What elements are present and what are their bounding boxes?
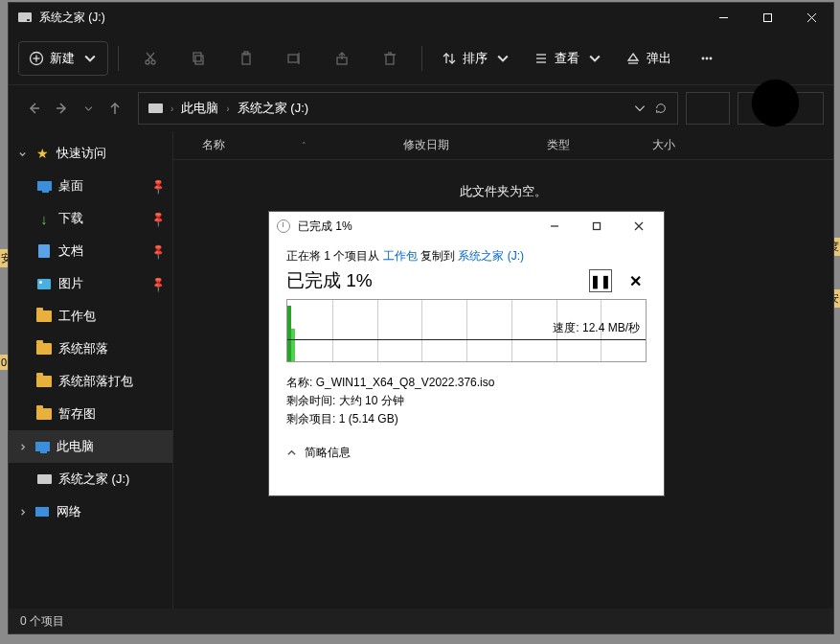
pause-button[interactable]: ❚❚ — [589, 269, 612, 292]
folder-icon — [36, 310, 52, 322]
toolbar: 新建 排序 查看 弹出 — [9, 32, 833, 85]
svg-rect-19 — [386, 55, 394, 64]
recent-dropdown[interactable] — [83, 101, 94, 116]
minimize-button[interactable] — [701, 3, 745, 32]
sidebar-label: 桌面 — [58, 177, 83, 195]
sidebar-label: 下载 — [58, 210, 83, 227]
svg-rect-15 — [288, 55, 298, 62]
sidebar-downloads[interactable]: ↓ 下载 📌 — [9, 202, 172, 235]
rename-button[interactable] — [272, 41, 316, 76]
sidebar-label: 系统之家 (J:) — [58, 471, 129, 488]
col-size[interactable]: 大小 — [652, 137, 729, 153]
chevron-down-icon[interactable] — [633, 102, 647, 115]
folder-icon — [36, 343, 52, 355]
sidebar-label: 系统部落打包 — [58, 373, 133, 390]
file-name-row: 名称: G_WIN11_X64_Q8_V2022.376.iso — [286, 374, 647, 392]
share-button[interactable] — [320, 41, 364, 76]
sidebar-tempimg[interactable]: 暂存图 — [9, 398, 172, 430]
copy-dest-link[interactable]: 系统之家 (J:) — [458, 249, 524, 263]
view-label: 查看 — [555, 50, 579, 67]
dialog-minimize-button[interactable] — [537, 213, 572, 240]
col-date[interactable]: 修改日期 — [403, 137, 547, 153]
sidebar-label: 工作包 — [58, 308, 96, 325]
remaining-time-row: 剩余时间: 大约 10 分钟 — [286, 392, 647, 410]
peek-text: 0 — [0, 355, 8, 370]
download-icon: ↓ — [35, 211, 53, 226]
svg-rect-38 — [594, 223, 601, 230]
drive-icon — [18, 12, 32, 22]
folder-icon — [36, 376, 52, 387]
sidebar-label: 文档 — [58, 242, 83, 260]
cut-button[interactable] — [128, 41, 172, 76]
remaining-items-row: 剩余项目: 1 (5.14 GB) — [286, 410, 647, 428]
close-button[interactable] — [789, 3, 833, 32]
search-box[interactable] — [738, 92, 824, 125]
titlebar[interactable]: 系统之家 (J:) — [9, 3, 833, 32]
speed-chart: 速度: 12.4 MB/秒 — [286, 299, 647, 362]
col-type[interactable]: 类型 — [547, 137, 652, 153]
pin-icon: 📌 — [148, 242, 167, 260]
dialog-close-button[interactable] — [622, 213, 656, 240]
empty-folder-message: 此文件夹为空。 — [173, 183, 833, 200]
drive-icon — [148, 104, 163, 113]
sidebar-label: 此电脑 — [57, 438, 94, 455]
sidebar-documents[interactable]: 文档 📌 — [9, 235, 172, 267]
sidebar-sysdrop-pack[interactable]: 系统部落打包 — [9, 365, 172, 398]
forward-button[interactable] — [55, 101, 70, 116]
cancel-button[interactable]: ✕ — [624, 269, 647, 292]
breadcrumb[interactable]: › 此电脑 › 系统之家 (J:) — [138, 92, 678, 125]
breadcrumb-item[interactable]: 系统之家 (J:) — [238, 100, 308, 117]
nav-extra-button[interactable] — [686, 92, 730, 125]
sidebar-pictures[interactable]: 图片 📌 — [9, 267, 172, 300]
sidebar-sysdrop[interactable]: 系统部落 — [9, 333, 172, 365]
eject-button[interactable]: 弹出 — [616, 41, 681, 76]
sidebar-label: 暂存图 — [58, 405, 96, 423]
dialog-title: 已完成 1% — [298, 218, 352, 235]
sidebar-drive-j[interactable]: 系统之家 (J:) — [9, 463, 172, 495]
svg-rect-13 — [242, 54, 250, 64]
svg-point-35 — [752, 80, 800, 127]
columns-header[interactable]: 名称˄ 修改日期 类型 大小 — [173, 131, 833, 160]
view-button[interactable]: 查看 — [524, 41, 612, 76]
svg-point-29 — [702, 58, 704, 59]
sidebar-this-pc[interactable]: 此电脑 — [9, 430, 172, 463]
pin-icon: 📌 — [148, 209, 167, 227]
sidebar-label: 图片 — [58, 275, 83, 292]
dialog-titlebar[interactable]: 已完成 1% — [269, 212, 664, 241]
sidebar-workbag[interactable]: 工作包 — [9, 300, 172, 333]
svg-line-9 — [148, 53, 154, 60]
toolbar-divider — [118, 46, 119, 71]
sidebar-desktop[interactable]: 桌面 📌 — [9, 170, 172, 202]
up-button[interactable] — [107, 101, 123, 116]
picture-icon — [37, 279, 51, 289]
clock-icon — [277, 219, 290, 233]
monitor-icon — [35, 442, 50, 451]
fewer-details-toggle[interactable]: 简略信息 — [286, 445, 647, 461]
back-button[interactable] — [26, 101, 41, 116]
svg-rect-12 — [193, 53, 201, 61]
sidebar-label: 网络 — [57, 503, 81, 520]
folder-icon — [36, 408, 52, 420]
item-count: 0 个项目 — [20, 613, 64, 630]
chevron-right-icon: › — [170, 104, 173, 114]
svg-rect-1 — [763, 13, 771, 21]
new-button[interactable]: 新建 — [18, 41, 108, 76]
sidebar-quick-access[interactable]: ★ 快速访问 — [9, 137, 172, 170]
chevron-right-icon: › — [226, 104, 229, 114]
copy-source-link[interactable]: 工作包 — [383, 249, 418, 263]
breadcrumb-item[interactable]: 此电脑 — [181, 100, 218, 117]
star-icon: ★ — [34, 146, 51, 161]
window-title: 系统之家 (J:) — [39, 10, 105, 26]
sidebar-network[interactable]: 网络 — [9, 495, 172, 528]
col-name[interactable]: 名称 — [202, 137, 225, 153]
maximize-button[interactable] — [745, 3, 789, 32]
copy-progress-dialog: 已完成 1% 正在将 1 个项目从 工作包 复制到 系统之家 (J:) 已完成 … — [268, 211, 665, 496]
copy-button[interactable] — [176, 41, 220, 76]
svg-rect-11 — [195, 56, 203, 64]
sort-button[interactable]: 排序 — [432, 41, 520, 76]
paste-button[interactable] — [224, 41, 268, 76]
delete-button[interactable] — [368, 41, 412, 76]
dialog-maximize-button[interactable] — [579, 213, 614, 240]
more-button[interactable] — [685, 41, 729, 76]
refresh-button[interactable] — [654, 102, 668, 115]
